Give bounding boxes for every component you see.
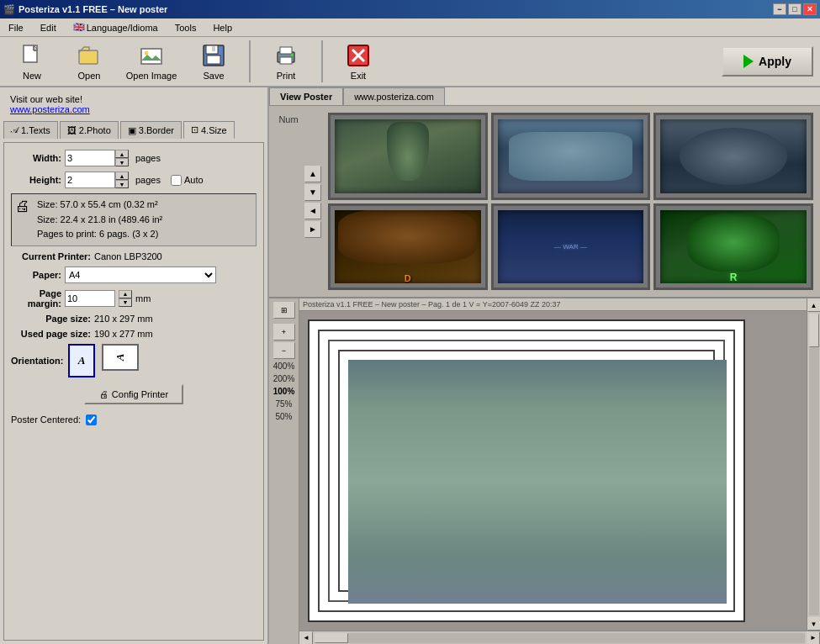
auto-checkbox[interactable] [171, 175, 182, 186]
landscape-icon: A [114, 353, 127, 361]
zoom-plus-button[interactable]: + [273, 324, 295, 340]
cell-1-frame [331, 115, 485, 198]
paper-select[interactable]: A4 A3 Letter [65, 267, 216, 283]
poster-cell-2[interactable] [491, 113, 651, 200]
preview-header: Posteriza v1.1 FREE – New poster – Pag. … [299, 298, 807, 311]
zoom-minus-button[interactable]: − [273, 342, 295, 359]
height-spin-up[interactable]: ▲ [115, 172, 129, 180]
maximize-button[interactable]: □ [788, 3, 801, 15]
margin-spin-up[interactable]: ▲ [119, 290, 132, 298]
open-image-button[interactable]: Open Image [121, 38, 182, 85]
menu-edit[interactable]: Edit [35, 21, 61, 34]
menu-tools[interactable]: Tools [170, 21, 202, 34]
width-spin-up[interactable]: ▲ [115, 150, 129, 158]
width-label: Width: [11, 153, 61, 163]
auto-label: Auto [184, 175, 204, 185]
save-button[interactable]: Save [188, 38, 239, 85]
preview-scroll-inner[interactable] [299, 311, 807, 626]
zoom-100[interactable]: 100% [273, 387, 295, 396]
v-scroll-thumb[interactable] [809, 314, 819, 347]
menu-file[interactable]: File [3, 21, 29, 34]
nav-left-arrow[interactable]: ◄ [304, 203, 321, 219]
flag-icon: 🇬🇧 [73, 22, 85, 33]
tab-size[interactable]: ⊡ 4.Size [183, 121, 235, 139]
height-spin-down[interactable]: ▼ [115, 180, 129, 188]
close-button[interactable]: ✕ [803, 3, 817, 15]
view-tabs: View Poster www.posteriza.com [269, 87, 820, 106]
tab-bar: 𝒜 1.Texts 🖼 2.Photo ▣ 3.Border ⊡ 4.Size [3, 121, 264, 139]
tab-photo-icon: 🖼 [67, 125, 77, 135]
minimize-button[interactable]: − [773, 3, 786, 15]
nav-up-arrow[interactable]: ▲ [304, 166, 321, 182]
zoom-400[interactable]: 400% [273, 362, 295, 371]
preview-image [348, 360, 727, 604]
width-spin-btns: ▲ ▼ [115, 150, 129, 166]
app-icon: 🎬 [3, 4, 15, 15]
zoom-50[interactable]: 50% [275, 412, 292, 421]
height-unit: pages [135, 175, 161, 185]
svg-rect-10 [212, 46, 215, 51]
svg-rect-12 [280, 47, 292, 54]
pages-to-print: Pages to print: 6 pags. (3 x 2) [37, 227, 162, 242]
portrait-button[interactable]: A [68, 344, 95, 377]
v-scroll-down[interactable]: ▼ [807, 617, 821, 631]
h-scroll-right[interactable]: ► [807, 631, 820, 645]
poster-cell-4[interactable]: D [328, 203, 488, 291]
cell-3-frame [656, 115, 811, 198]
preview-content: Posteriza v1.1 FREE – New poster – Pag. … [299, 298, 807, 631]
open-button[interactable]: Open [64, 38, 114, 85]
tab-photo-label: 2.Photo [79, 125, 111, 135]
nav-down-arrow[interactable]: ▼ [304, 184, 321, 201]
poster-grid-area: Num ▲ ▼ ◄ ► [269, 106, 820, 297]
toolbar-separator-2 [321, 40, 323, 82]
print-button[interactable]: Print [261, 38, 311, 85]
landscape-button[interactable]: A [102, 344, 139, 371]
tab-border[interactable]: ▣ 3.Border [120, 121, 182, 139]
height-spin-btns: ▲ ▼ [115, 172, 129, 188]
orientation-row: Orientation: A A [11, 344, 257, 377]
tab-texts[interactable]: 𝒜 1.Texts [3, 121, 58, 139]
poster-cell-5[interactable]: — WAR — [491, 203, 651, 291]
tab-border-label: 3.Border [139, 125, 174, 135]
centered-checkbox[interactable] [86, 414, 97, 425]
menu-language[interactable]: 🇬🇧 Language/Idioma [68, 20, 163, 34]
menu-bar: File Edit 🇬🇧 Language/Idioma Tools Help [0, 18, 820, 37]
poster-cell-6[interactable]: R [653, 203, 813, 291]
height-input[interactable]: 2 [65, 172, 115, 188]
margin-spin-down[interactable]: ▼ [119, 298, 132, 307]
new-button[interactable]: New [7, 38, 57, 85]
vertical-scrollbar[interactable]: ▲ ▼ [807, 298, 820, 631]
exit-button[interactable]: Exit [333, 38, 384, 85]
v-scroll-up[interactable]: ▲ [807, 298, 821, 312]
svg-rect-4 [79, 50, 98, 64]
zoom-fit-button[interactable]: ⊞ [273, 302, 295, 319]
used-page-size-label: Used page size: [11, 329, 91, 339]
view-poster-tab[interactable]: View Poster [269, 87, 343, 105]
margin-input-area: ▲ ▼ mm [65, 290, 151, 307]
zoom-200[interactable]: 200% [273, 374, 295, 383]
size-text-area: Size: 57.0 x 55.4 cm (0.32 m² Size: 22.4… [37, 198, 162, 242]
margin-input[interactable] [65, 290, 115, 307]
poster-cell-3[interactable] [653, 113, 813, 200]
width-input[interactable]: 3 [65, 150, 115, 166]
width-spin-down[interactable]: ▼ [115, 158, 129, 166]
preview-main-area: Posteriza v1.1 FREE – New poster – Pag. … [299, 298, 820, 631]
h-scroll-left[interactable]: ◄ [299, 631, 313, 645]
poster-cell-1[interactable] [328, 113, 488, 200]
menu-help[interactable]: Help [208, 21, 237, 34]
config-printer-button[interactable]: 🖨 Config Printer [84, 384, 183, 404]
tab-size-label: 4.Size [201, 125, 227, 135]
nav-right-arrow[interactable]: ► [304, 221, 321, 238]
portrait-icon: A [78, 354, 86, 367]
paper-row: Paper: A4 A3 Letter [11, 267, 257, 283]
cell-4-frame [331, 206, 485, 288]
website-info: Visit our web site! www.posteriza.com [3, 91, 264, 118]
zoom-75[interactable]: 75% [275, 399, 292, 409]
horizontal-scrollbar[interactable]: ◄ ► [299, 631, 820, 644]
tab-photo[interactable]: 🖼 2.Photo [60, 121, 119, 139]
h-scroll-thumb[interactable] [315, 633, 348, 643]
apply-button[interactable]: Apply [722, 46, 813, 77]
margin-row: Page margin: ▲ ▼ mm [11, 288, 257, 309]
view-url-tab[interactable]: www.posteriza.com [343, 87, 445, 105]
website-link[interactable]: www.posteriza.com [10, 104, 90, 114]
